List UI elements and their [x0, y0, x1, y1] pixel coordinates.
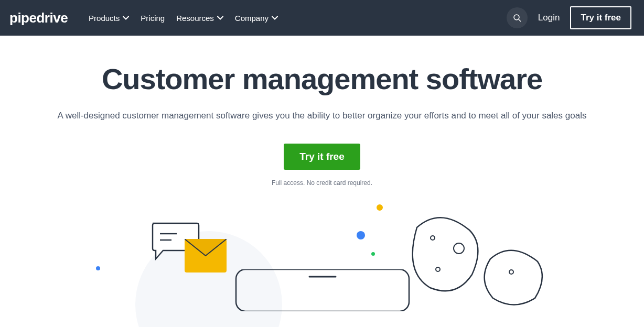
nav-menu: Products Pricing Resources Company: [89, 14, 507, 23]
cta-subtext: Full access. No credit card required.: [0, 179, 644, 187]
nav-resources[interactable]: Resources: [176, 14, 223, 23]
decorative-dot: [96, 266, 100, 270]
try-free-cta-button[interactable]: Try it free: [284, 144, 360, 170]
svg-point-7: [454, 243, 464, 254]
decorative-dot: [371, 252, 375, 256]
nav-company-label: Company: [235, 14, 269, 23]
svg-point-6: [431, 236, 435, 240]
logo[interactable]: pipedrive: [9, 10, 68, 26]
nav-pricing-label: Pricing: [141, 14, 165, 23]
main-navbar: pipedrive Products Pricing Resources Com…: [0, 0, 644, 36]
decorative-dot: [377, 204, 383, 211]
nav-pricing[interactable]: Pricing: [141, 14, 165, 23]
decorative-dot: [357, 231, 365, 239]
hero-section: Customer management software A well-desi…: [0, 36, 644, 318]
hero-subtitle: A well-designed customer management soft…: [55, 108, 589, 123]
svg-point-8: [436, 267, 440, 271]
svg-rect-4: [236, 269, 409, 311]
search-button[interactable]: [507, 7, 528, 28]
laptop-icon: [231, 269, 414, 311]
nav-products[interactable]: Products: [89, 14, 129, 23]
try-free-header-button[interactable]: Try it free: [570, 6, 631, 29]
nav-products-label: Products: [89, 14, 120, 23]
hero-illustration: [0, 213, 644, 318]
login-link[interactable]: Login: [538, 13, 560, 23]
svg-point-0: [514, 15, 519, 20]
leaf-decoration-icon: [409, 212, 545, 306]
nav-right: Login Try it free: [507, 6, 631, 29]
hero-title: Customer management software: [0, 62, 644, 96]
search-icon: [513, 14, 521, 22]
envelope-icon: [185, 239, 227, 272]
nav-company[interactable]: Company: [235, 14, 278, 23]
chevron-down-icon: [123, 16, 129, 20]
chevron-down-icon: [217, 16, 223, 20]
svg-line-1: [519, 19, 521, 21]
nav-resources-label: Resources: [176, 14, 214, 23]
chevron-down-icon: [272, 16, 278, 20]
svg-point-9: [509, 270, 513, 274]
